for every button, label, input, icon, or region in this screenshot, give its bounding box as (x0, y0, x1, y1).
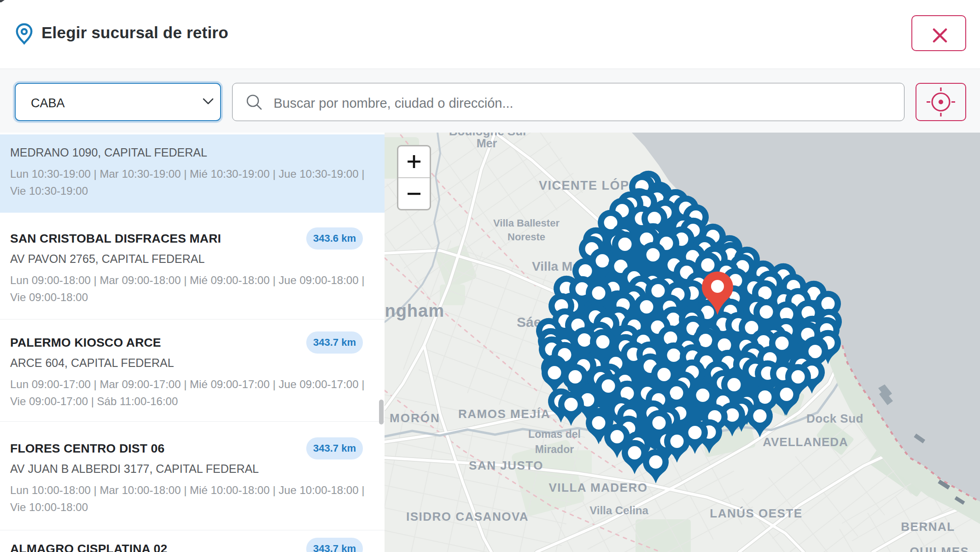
svg-text:Dock Sud: Dock Sud (806, 412, 863, 425)
svg-text:BERNAL: BERNAL (901, 520, 955, 534)
svg-text:AVELLANEDA: AVELLANEDA (763, 435, 848, 449)
svg-text:QUILMES: QUILMES (910, 545, 969, 552)
svg-text:MORÓN: MORÓN (390, 411, 440, 425)
svg-text:Villa Celina: Villa Celina (589, 504, 648, 517)
svg-text:Noreste: Noreste (508, 231, 545, 243)
svg-text:ngham: ngham (385, 301, 444, 320)
svg-text:LANÚS OESTE: LANÚS OESTE (710, 506, 802, 520)
svg-text:Lomas del: Lomas del (528, 428, 581, 440)
svg-text:Villa Ballester: Villa Ballester (493, 217, 560, 229)
svg-text:SAN JUSTO: SAN JUSTO (469, 459, 543, 472)
svg-text:Mirador: Mirador (535, 443, 574, 455)
svg-text:Mer: Mer (477, 137, 497, 150)
svg-text:RAMOS MEJÍA: RAMOS MEJÍA (458, 407, 550, 421)
svg-text:ISIDRO CASANOVA: ISIDRO CASANOVA (406, 510, 529, 523)
svg-text:VILLA MADERO: VILLA MADERO (549, 481, 648, 494)
